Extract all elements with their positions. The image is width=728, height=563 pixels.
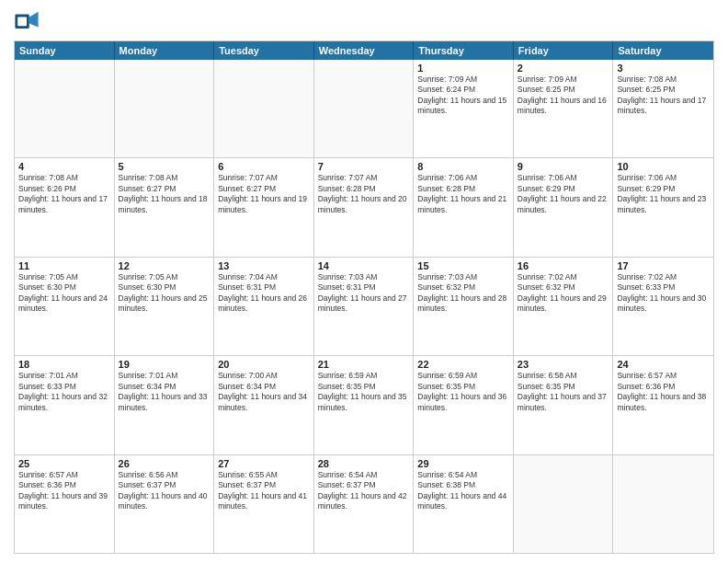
day-3: 3Sunrise: 7:08 AM Sunset: 6:25 PM Daylig… xyxy=(613,60,713,157)
day-info: Sunrise: 7:03 AM Sunset: 6:31 PM Dayligh… xyxy=(318,272,410,315)
day-12: 12Sunrise: 7:05 AM Sunset: 6:30 PM Dayli… xyxy=(115,258,215,355)
day-number: 8 xyxy=(417,161,509,172)
header-day-saturday: Saturday xyxy=(613,41,713,60)
day-info: Sunrise: 7:02 AM Sunset: 6:33 PM Dayligh… xyxy=(617,272,710,315)
day-info: Sunrise: 7:06 AM Sunset: 6:28 PM Dayligh… xyxy=(417,173,509,215)
day-number: 13 xyxy=(218,260,310,271)
day-info: Sunrise: 6:58 AM Sunset: 6:35 PM Dayligh… xyxy=(518,371,609,413)
day-23: 23Sunrise: 6:58 AM Sunset: 6:35 PM Dayli… xyxy=(514,356,614,454)
day-info: Sunrise: 7:01 AM Sunset: 6:33 PM Dayligh… xyxy=(18,371,110,413)
day-8: 8Sunrise: 7:06 AM Sunset: 6:28 PM Daylig… xyxy=(414,158,514,256)
day-info: Sunrise: 7:02 AM Sunset: 6:32 PM Dayligh… xyxy=(518,272,609,315)
day-16: 16Sunrise: 7:02 AM Sunset: 6:32 PM Dayli… xyxy=(514,258,614,355)
calendar-body: 1Sunrise: 7:09 AM Sunset: 6:24 PM Daylig… xyxy=(15,60,713,553)
day-number: 19 xyxy=(119,359,210,370)
day-info: Sunrise: 7:08 AM Sunset: 6:25 PM Dayligh… xyxy=(617,75,710,117)
day-6: 6Sunrise: 7:07 AM Sunset: 6:27 PM Daylig… xyxy=(214,158,314,256)
day-21: 21Sunrise: 6:59 AM Sunset: 6:35 PM Dayli… xyxy=(314,356,415,454)
header-day-friday: Friday xyxy=(514,41,614,60)
empty-cell xyxy=(613,455,713,553)
day-number: 4 xyxy=(18,161,110,172)
day-info: Sunrise: 7:08 AM Sunset: 6:26 PM Dayligh… xyxy=(18,173,110,215)
day-info: Sunrise: 7:06 AM Sunset: 6:29 PM Dayligh… xyxy=(518,173,609,215)
day-15: 15Sunrise: 7:03 AM Sunset: 6:32 PM Dayli… xyxy=(414,258,514,355)
logo-icon xyxy=(14,9,40,35)
day-info: Sunrise: 7:07 AM Sunset: 6:28 PM Dayligh… xyxy=(318,173,410,215)
day-info: Sunrise: 7:00 AM Sunset: 6:34 PM Dayligh… xyxy=(218,371,310,413)
header-day-tuesday: Tuesday xyxy=(214,41,314,60)
empty-cell xyxy=(514,455,614,553)
day-9: 9Sunrise: 7:06 AM Sunset: 6:29 PM Daylig… xyxy=(514,158,614,256)
day-number: 3 xyxy=(617,63,710,74)
day-14: 14Sunrise: 7:03 AM Sunset: 6:31 PM Dayli… xyxy=(314,258,415,355)
calendar-header: SundayMondayTuesdayWednesdayThursdayFrid… xyxy=(15,41,713,60)
empty-cell xyxy=(115,60,215,157)
day-number: 11 xyxy=(18,260,110,271)
day-29: 29Sunrise: 6:54 AM Sunset: 6:38 PM Dayli… xyxy=(414,455,514,553)
day-26: 26Sunrise: 6:56 AM Sunset: 6:37 PM Dayli… xyxy=(115,455,215,553)
day-25: 25Sunrise: 6:57 AM Sunset: 6:36 PM Dayli… xyxy=(15,455,115,553)
day-1: 1Sunrise: 7:09 AM Sunset: 6:24 PM Daylig… xyxy=(414,60,514,157)
svg-marker-2 xyxy=(29,12,39,28)
calendar-row-4: 25Sunrise: 6:57 AM Sunset: 6:36 PM Dayli… xyxy=(15,454,713,553)
svg-rect-1 xyxy=(17,17,27,26)
day-13: 13Sunrise: 7:04 AM Sunset: 6:31 PM Dayli… xyxy=(214,258,314,355)
day-number: 24 xyxy=(617,359,710,370)
day-10: 10Sunrise: 7:06 AM Sunset: 6:29 PM Dayli… xyxy=(613,158,713,256)
day-17: 17Sunrise: 7:02 AM Sunset: 6:33 PM Dayli… xyxy=(613,258,713,355)
calendar-row-1: 4Sunrise: 7:08 AM Sunset: 6:26 PM Daylig… xyxy=(15,157,713,256)
day-number: 18 xyxy=(18,359,110,370)
day-info: Sunrise: 6:57 AM Sunset: 6:36 PM Dayligh… xyxy=(617,371,710,413)
empty-cell xyxy=(214,60,314,157)
day-info: Sunrise: 7:01 AM Sunset: 6:34 PM Dayligh… xyxy=(119,371,210,413)
day-info: Sunrise: 7:07 AM Sunset: 6:27 PM Dayligh… xyxy=(218,173,310,215)
day-info: Sunrise: 6:59 AM Sunset: 6:35 PM Dayligh… xyxy=(318,371,410,413)
calendar-row-3: 18Sunrise: 7:01 AM Sunset: 6:33 PM Dayli… xyxy=(15,355,713,454)
day-info: Sunrise: 6:54 AM Sunset: 6:38 PM Dayligh… xyxy=(417,470,509,512)
logo xyxy=(14,9,43,35)
header-day-thursday: Thursday xyxy=(414,41,514,60)
day-info: Sunrise: 6:54 AM Sunset: 6:37 PM Dayligh… xyxy=(318,470,410,512)
header-day-sunday: Sunday xyxy=(15,41,115,60)
day-info: Sunrise: 6:59 AM Sunset: 6:35 PM Dayligh… xyxy=(417,371,509,413)
day-number: 2 xyxy=(518,63,609,74)
empty-cell xyxy=(314,60,415,157)
day-number: 20 xyxy=(218,359,310,370)
day-info: Sunrise: 7:06 AM Sunset: 6:29 PM Dayligh… xyxy=(617,173,710,215)
day-info: Sunrise: 7:04 AM Sunset: 6:31 PM Dayligh… xyxy=(218,272,310,315)
day-number: 7 xyxy=(318,161,410,172)
header xyxy=(14,9,714,35)
day-22: 22Sunrise: 6:59 AM Sunset: 6:35 PM Dayli… xyxy=(414,356,514,454)
empty-cell xyxy=(15,60,115,157)
day-27: 27Sunrise: 6:55 AM Sunset: 6:37 PM Dayli… xyxy=(214,455,314,553)
day-info: Sunrise: 7:08 AM Sunset: 6:27 PM Dayligh… xyxy=(119,173,210,215)
day-number: 17 xyxy=(617,260,710,271)
day-number: 21 xyxy=(318,359,410,370)
day-number: 12 xyxy=(119,260,210,271)
day-number: 22 xyxy=(417,359,509,370)
day-info: Sunrise: 7:09 AM Sunset: 6:25 PM Dayligh… xyxy=(518,75,609,117)
day-number: 23 xyxy=(518,359,609,370)
header-day-monday: Monday xyxy=(115,41,215,60)
day-11: 11Sunrise: 7:05 AM Sunset: 6:30 PM Dayli… xyxy=(15,258,115,355)
day-24: 24Sunrise: 6:57 AM Sunset: 6:36 PM Dayli… xyxy=(613,356,713,454)
day-number: 5 xyxy=(119,161,210,172)
day-number: 29 xyxy=(417,458,509,469)
day-info: Sunrise: 7:05 AM Sunset: 6:30 PM Dayligh… xyxy=(18,272,110,315)
day-number: 6 xyxy=(218,161,310,172)
day-number: 10 xyxy=(617,161,710,172)
day-info: Sunrise: 7:09 AM Sunset: 6:24 PM Dayligh… xyxy=(417,75,509,117)
day-number: 26 xyxy=(119,458,210,469)
day-7: 7Sunrise: 7:07 AM Sunset: 6:28 PM Daylig… xyxy=(314,158,415,256)
day-number: 16 xyxy=(518,260,609,271)
header-day-wednesday: Wednesday xyxy=(314,41,415,60)
day-info: Sunrise: 7:05 AM Sunset: 6:30 PM Dayligh… xyxy=(119,272,210,315)
day-number: 14 xyxy=(318,260,410,271)
day-20: 20Sunrise: 7:00 AM Sunset: 6:34 PM Dayli… xyxy=(214,356,314,454)
day-info: Sunrise: 6:55 AM Sunset: 6:37 PM Dayligh… xyxy=(218,470,310,512)
day-number: 1 xyxy=(417,63,509,74)
day-19: 19Sunrise: 7:01 AM Sunset: 6:34 PM Dayli… xyxy=(115,356,215,454)
calendar-row-2: 11Sunrise: 7:05 AM Sunset: 6:30 PM Dayli… xyxy=(15,257,713,355)
day-number: 15 xyxy=(417,260,509,271)
day-2: 2Sunrise: 7:09 AM Sunset: 6:25 PM Daylig… xyxy=(514,60,614,157)
